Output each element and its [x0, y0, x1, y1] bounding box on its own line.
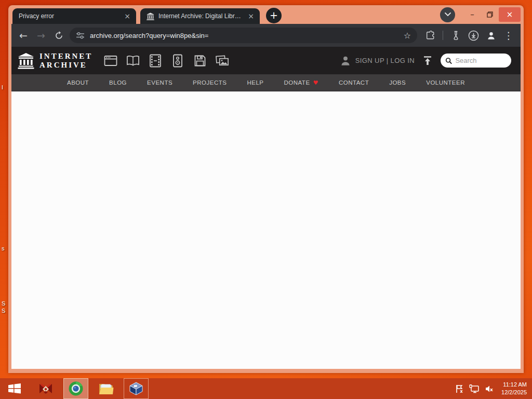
web-media-icon[interactable] — [104, 54, 117, 68]
tab-privacy-error[interactable]: Privacy error × — [12, 8, 136, 24]
new-tab-button[interactable]: + — [266, 8, 282, 23]
clock-time: 11:12 AM — [501, 381, 527, 389]
tab-close-icon[interactable]: × — [246, 11, 256, 21]
desktop-icon-label-fragment: S — [2, 300, 5, 307]
internet-archive-header: INTERNET ARCHIVE — [11, 47, 521, 74]
desktop-icon-label-fragment: I — [2, 84, 3, 90]
taskbar-app-virtualbox[interactable] — [124, 378, 149, 399]
close-window-button[interactable]: × — [499, 7, 521, 22]
windows-logo-icon — [8, 383, 21, 394]
menu-kebab-button[interactable]: ⋮ — [500, 26, 517, 44]
header-account-area: SIGN UP | LOG IN — [340, 54, 515, 68]
clock-date: 12/2/2025 — [501, 389, 527, 396]
action-center-flag-icon[interactable]: x — [455, 384, 464, 393]
nav-item-donate[interactable]: DONATE ♥ — [284, 79, 318, 86]
extensions-button[interactable] — [421, 26, 439, 44]
virtualbox-icon — [129, 381, 143, 396]
back-button[interactable]: ← — [15, 26, 32, 44]
images-media-icon[interactable] — [216, 54, 229, 68]
upload-button[interactable] — [422, 55, 433, 66]
ia-search-box[interactable] — [441, 54, 511, 68]
labs-button[interactable] — [447, 26, 464, 44]
audio-media-icon[interactable] — [171, 54, 184, 68]
donate-label: DONATE — [284, 79, 310, 86]
reload-button[interactable] — [50, 26, 68, 44]
heart-icon: ♥ — [313, 79, 318, 86]
nav-item-blog[interactable]: BLOG — [109, 79, 127, 86]
tab-search-button[interactable] — [440, 7, 455, 22]
tab-title: Privacy error — [19, 12, 119, 20]
profile-button[interactable] — [482, 26, 500, 44]
nav-item-contact[interactable]: CONTACT — [339, 79, 369, 86]
desktop-icon-label-fragment: S — [2, 308, 5, 314]
desktop-icon-label-fragment: s — [2, 245, 5, 251]
chevron-down-icon — [445, 12, 451, 17]
page-content-blank — [11, 91, 521, 369]
downloads-button[interactable] — [464, 26, 482, 44]
network-status-icon[interactable] — [469, 384, 480, 393]
toolbar-actions: ⋮ — [421, 26, 517, 44]
profile-icon — [486, 31, 496, 41]
browser-app-icon — [68, 381, 84, 396]
taskbar-app-red-utility[interactable] — [33, 378, 58, 399]
browser-toolbar: ← → archive.org/search?query=win8pe&sin=… — [11, 24, 521, 47]
site-settings-icon[interactable] — [76, 32, 85, 39]
software-media-icon[interactable] — [193, 54, 207, 68]
tab-strip: Privacy error × Internet Archive: Digita… — [12, 8, 282, 24]
video-media-icon[interactable] — [149, 54, 162, 68]
media-type-icons — [104, 54, 229, 68]
nav-item-about[interactable]: ABOUT — [67, 79, 89, 86]
taskbar: x x 11:12 AM 12/2/2025 — [0, 378, 532, 399]
start-button[interactable] — [1, 378, 28, 399]
texts-media-icon[interactable] — [126, 54, 140, 68]
browser-window: Privacy error × Internet Archive: Digita… — [8, 5, 524, 373]
taskbar-clock[interactable]: 11:12 AM 12/2/2025 — [501, 381, 527, 396]
svg-text:x: x — [460, 389, 463, 393]
internet-archive-logo-icon[interactable] — [18, 52, 34, 69]
person-icon[interactable] — [340, 55, 351, 66]
nav-item-events[interactable]: EVENTS — [147, 79, 172, 86]
forward-button[interactable]: → — [32, 26, 50, 44]
reload-icon — [55, 31, 63, 40]
nav-item-jobs[interactable]: JOBS — [389, 79, 406, 86]
bookmark-star-icon[interactable]: ☆ — [404, 31, 411, 41]
minimize-button[interactable]: – — [463, 7, 481, 22]
taskbar-app-file-explorer[interactable] — [94, 378, 118, 399]
tab-internet-archive[interactable]: Internet Archive: Digital Library × — [140, 8, 260, 24]
upload-icon — [422, 55, 433, 66]
maximize-button[interactable] — [481, 7, 499, 22]
volume-muted-icon[interactable]: x — [485, 384, 494, 393]
nav-item-volunteer[interactable]: VOLUNTEER — [426, 79, 465, 86]
internet-archive-favicon-icon — [147, 12, 154, 20]
address-bar[interactable]: archive.org/search?query=win8pe&sin= ☆ — [70, 28, 417, 43]
toolbar-divider — [443, 31, 443, 40]
svg-text:x: x — [490, 387, 493, 392]
nav-item-help[interactable]: HELP — [247, 79, 263, 86]
nav-item-projects[interactable]: PROJECTS — [193, 79, 227, 86]
flask-icon — [451, 31, 460, 40]
system-tray: x x 11:12 AM 12/2/2025 — [455, 381, 531, 396]
tab-close-icon[interactable]: × — [123, 11, 132, 21]
url-text[interactable]: archive.org/search?query=win8pe&sin= — [90, 32, 400, 39]
file-explorer-icon — [98, 382, 114, 395]
tab-title: Internet Archive: Digital Library — [158, 12, 243, 20]
internet-archive-wordmark[interactable]: INTERNET ARCHIVE — [39, 52, 92, 69]
puzzle-icon — [425, 31, 435, 40]
ia-search-input[interactable] — [455, 57, 507, 64]
window-controls: – × — [440, 7, 521, 22]
signup-login-link[interactable]: SIGN UP | LOG IN — [355, 57, 415, 64]
titlebar: Privacy error × Internet Archive: Digita… — [11, 5, 521, 24]
ia-nav-bar: ABOUT BLOG EVENTS PROJECTS HELP DONATE ♥… — [11, 74, 521, 91]
taskbar-app-browser[interactable] — [63, 378, 88, 399]
red-utility-app-icon — [38, 382, 54, 395]
download-icon — [468, 30, 479, 41]
search-icon — [445, 57, 452, 65]
restore-icon — [487, 11, 493, 18]
